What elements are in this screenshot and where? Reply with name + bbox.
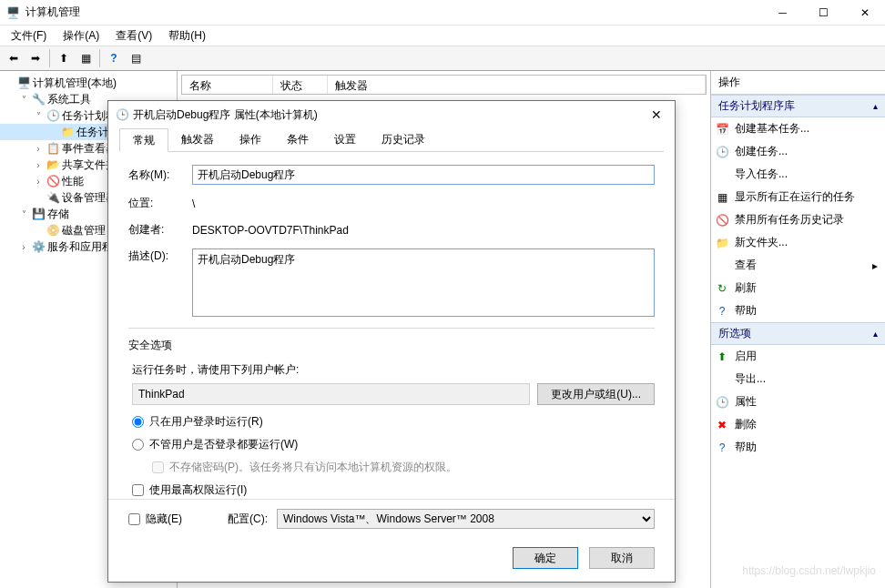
tab-actions[interactable]: 操作 bbox=[227, 128, 274, 151]
window-title: 计算机管理 bbox=[25, 5, 80, 20]
col-triggers[interactable]: 触发器 bbox=[328, 76, 706, 94]
menubar: 文件(F) 操作(A) 查看(V) 帮助(H) bbox=[0, 25, 885, 46]
col-name[interactable]: 名称 bbox=[182, 76, 273, 94]
action-import-task[interactable]: 导入任务... bbox=[711, 163, 885, 186]
creator-value: DESKTOP-OOVTD7F\ThinkPad bbox=[192, 224, 655, 237]
config-select[interactable]: Windows Vista™、Windows Server™ 2008 bbox=[277, 509, 655, 529]
tab-history[interactable]: 历史记录 bbox=[369, 128, 438, 151]
dialog-titlebar: 🕒 开机启动Debug程序 属性(本地计算机) ✕ bbox=[108, 101, 675, 128]
action-create-basic-task[interactable]: 📅创建基本任务... bbox=[711, 117, 885, 140]
location-value: \ bbox=[192, 198, 655, 210]
action-new-folder[interactable]: 📁新文件夹... bbox=[711, 231, 885, 254]
maximize-button[interactable]: ☐ bbox=[803, 0, 844, 25]
actions-panel: 操作 任务计划程序库▴ 📅创建基本任务... 🕒创建任务... 导入任务... … bbox=[710, 71, 885, 588]
menu-view[interactable]: 查看(V) bbox=[108, 26, 159, 46]
name-label: 名称(M): bbox=[128, 167, 183, 183]
actions-header: 操作 bbox=[711, 71, 885, 95]
check-hidden[interactable]: 隐藏(E) bbox=[128, 512, 182, 527]
check-no-password: 不存储密码(P)。该任务将只有访问本地计算机资源的权限。 bbox=[152, 460, 655, 475]
titlebar: 🖥️ 计算机管理 ─ ☐ ✕ bbox=[0, 0, 885, 25]
toolbar: ⬅ ➡ ⬆ ▦ ? ▤ bbox=[0, 46, 885, 71]
action-create-task[interactable]: 🕒创建任务... bbox=[711, 140, 885, 163]
radio-whether-logged[interactable]: 不管用户是否登录都要运行(W) bbox=[132, 437, 655, 452]
name-input[interactable] bbox=[192, 165, 655, 185]
dialog-close-button[interactable]: ✕ bbox=[646, 106, 667, 124]
action-enable[interactable]: ⬆启用 bbox=[711, 345, 885, 368]
security-prompt: 运行任务时，请使用下列用户帐户: bbox=[132, 362, 655, 378]
config-label: 配置(C): bbox=[228, 512, 268, 527]
location-label: 位置: bbox=[128, 196, 183, 211]
list-header: 名称 状态 触发器 bbox=[181, 75, 707, 95]
action-disable-history[interactable]: 🚫禁用所有任务历史记录 bbox=[711, 208, 885, 231]
properties-icon[interactable]: ▦ bbox=[76, 48, 96, 68]
dialog-icon: 🕒 bbox=[116, 108, 129, 121]
action-show-running[interactable]: ▦显示所有正在运行的任务 bbox=[711, 186, 885, 208]
back-button[interactable]: ⬅ bbox=[4, 48, 24, 68]
dialog-body: 名称(M): 位置: \ 创建者: DESKTOP-OOVTD7F\ThinkP… bbox=[108, 152, 675, 499]
user-account-display: ThinkPad bbox=[132, 383, 530, 405]
action-help2[interactable]: ?帮助 bbox=[711, 436, 885, 459]
tab-conditions[interactable]: 条件 bbox=[274, 128, 321, 151]
action-section-selected[interactable]: 所选项▴ bbox=[711, 322, 885, 345]
action-view[interactable]: 查看▸ bbox=[711, 254, 885, 277]
forward-button[interactable]: ➡ bbox=[25, 48, 46, 68]
collapse-icon[interactable]: ▴ bbox=[873, 101, 878, 111]
description-input[interactable]: 开机启动Debug程序 bbox=[192, 248, 655, 317]
ok-button[interactable]: 确定 bbox=[513, 547, 578, 569]
menu-help[interactable]: 帮助(H) bbox=[161, 26, 213, 46]
change-user-button[interactable]: 更改用户或组(U)... bbox=[537, 383, 655, 405]
cancel-button[interactable]: 取消 bbox=[589, 547, 655, 569]
window-controls: ─ ☐ ✕ bbox=[762, 0, 885, 25]
action-section-library[interactable]: 任务计划程序库▴ bbox=[711, 95, 885, 117]
dialog-buttons: 确定 取消 bbox=[108, 538, 675, 582]
security-options-label: 安全选项 bbox=[128, 338, 655, 353]
dialog-title: 开机启动Debug程序 属性(本地计算机) bbox=[133, 107, 318, 123]
properties-dialog: 🕒 开机启动Debug程序 属性(本地计算机) ✕ 常规 触发器 操作 条件 设… bbox=[107, 100, 676, 583]
col-status[interactable]: 状态 bbox=[273, 76, 328, 94]
panel-icon[interactable]: ▤ bbox=[126, 48, 146, 68]
menu-file[interactable]: 文件(F) bbox=[4, 26, 54, 46]
action-help[interactable]: ?帮助 bbox=[711, 299, 885, 322]
close-button[interactable]: ✕ bbox=[844, 0, 885, 25]
minimize-button[interactable]: ─ bbox=[762, 0, 803, 25]
action-delete[interactable]: ✖删除 bbox=[711, 413, 885, 436]
tab-general[interactable]: 常规 bbox=[119, 128, 168, 152]
description-label: 描述(D): bbox=[128, 248, 183, 264]
up-button[interactable]: ⬆ bbox=[54, 48, 74, 68]
action-refresh[interactable]: ↻刷新 bbox=[711, 277, 885, 299]
creator-label: 创建者: bbox=[128, 222, 183, 238]
collapse-icon[interactable]: ▴ bbox=[873, 329, 878, 339]
app-icon: 🖥️ bbox=[5, 5, 20, 20]
action-export[interactable]: 导出... bbox=[711, 368, 885, 390]
radio-logged-on[interactable]: 只在用户登录时运行(R) bbox=[132, 414, 655, 430]
check-highest-priv[interactable]: 使用最高权限运行(I) bbox=[132, 482, 655, 498]
menu-action[interactable]: 操作(A) bbox=[56, 26, 107, 46]
action-properties[interactable]: 🕒属性 bbox=[711, 390, 885, 413]
dialog-tabs: 常规 触发器 操作 条件 设置 历史记录 bbox=[119, 128, 664, 152]
dialog-bottom-row: 隐藏(E) 配置(C): Windows Vista™、Windows Serv… bbox=[108, 499, 675, 538]
tree-root[interactable]: 🖥️计算机管理(本地) bbox=[0, 75, 177, 91]
help-icon[interactable]: ? bbox=[104, 48, 124, 68]
tab-triggers[interactable]: 触发器 bbox=[168, 128, 227, 151]
tab-settings[interactable]: 设置 bbox=[321, 128, 369, 151]
